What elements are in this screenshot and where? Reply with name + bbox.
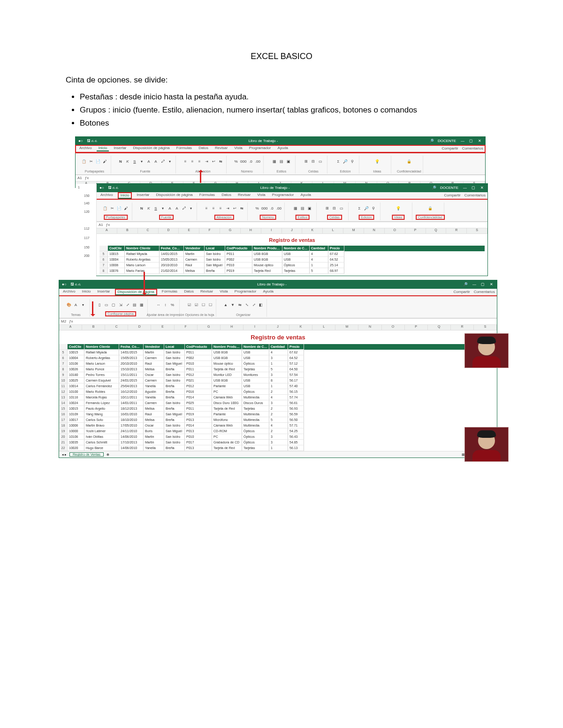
ribbon-icon[interactable]: K xyxy=(146,207,152,210)
ribbon-icon[interactable]: .0 xyxy=(269,207,274,210)
column-header[interactable]: K xyxy=(302,228,323,233)
table-cell[interactable]: Martin xyxy=(144,440,164,445)
ribbon-icon[interactable]: ⤢ xyxy=(125,303,130,307)
table-cell[interactable]: USB 8GB xyxy=(212,378,242,383)
ribbon-icon[interactable]: ≡ xyxy=(204,207,209,210)
table-cell[interactable]: 2 xyxy=(269,389,288,395)
ribbon-icon[interactable]: ▤ xyxy=(300,207,305,210)
table-cell[interactable]: Ópticos xyxy=(242,440,269,445)
table-row[interactable]: 810076Mario Farías21/02/2014MelisaBreñaP… xyxy=(99,268,485,274)
ribbon-icon[interactable]: 💡 xyxy=(396,207,401,210)
table-cell[interactable]: 54.25 xyxy=(288,428,304,434)
table-cell[interactable]: 4 xyxy=(269,350,288,355)
table-cell[interactable]: Carmen xyxy=(144,355,164,361)
table-cell[interactable]: P016 xyxy=(185,389,212,395)
table-cell[interactable]: 24/01/2015 xyxy=(119,378,144,383)
table-cell[interactable]: Tarjetas xyxy=(282,268,310,274)
table-cell[interactable]: Cámara Web xyxy=(212,395,242,400)
sheet-tab[interactable]: Registro de Ventas xyxy=(69,452,104,457)
table-cell[interactable]: 10116 xyxy=(68,395,84,400)
ribbon-icon[interactable]: 🖍 xyxy=(181,207,187,210)
table-cell[interactable]: Parlante xyxy=(212,412,242,417)
table-row[interactable]: 1310116Marcela Rojas10/11/2011YanellaBre… xyxy=(59,395,497,400)
table-cell[interactable]: 10106 xyxy=(68,434,84,440)
table-cell[interactable]: Tarjeta de Red xyxy=(212,367,242,372)
table-cell[interactable]: 20/10/2010 xyxy=(119,361,144,367)
ribbon-tab-programador[interactable]: Programador xyxy=(233,289,259,295)
ribbon-icon[interactable]: 📄 xyxy=(95,160,101,164)
table-cell[interactable]: 18/12/2013 xyxy=(119,406,144,412)
ribbon-tab-inicio[interactable]: Inicio xyxy=(97,146,109,151)
table-cell[interactable]: Carmen xyxy=(144,400,164,406)
table-header[interactable]: Cantidad xyxy=(269,344,288,350)
ribbon-icon[interactable]: ▤ xyxy=(279,160,284,164)
table-cell[interactable]: 14/06/2010 xyxy=(119,445,144,451)
ribbon-icon[interactable]: 💡 xyxy=(374,160,380,164)
table-header[interactable]: Precio xyxy=(288,344,304,350)
table-cell[interactable]: San Isidro xyxy=(205,251,225,257)
table-cell[interactable]: P011 xyxy=(185,367,212,372)
ribbon-icon[interactable]: ≡ xyxy=(211,207,216,210)
column-headers[interactable]: ABCDEFGHIJKLMNOPQRS xyxy=(97,228,487,234)
table-cell[interactable]: 56.15 xyxy=(288,389,304,395)
column-header[interactable]: L xyxy=(323,228,343,233)
table-cell[interactable]: 1 xyxy=(269,383,288,389)
autosave-toggle[interactable]: ●○ xyxy=(99,186,104,190)
table-cell[interactable]: 10025 xyxy=(68,378,84,383)
column-header[interactable]: P xyxy=(405,325,428,330)
table-cell[interactable]: P014 xyxy=(185,395,212,400)
column-header[interactable]: M xyxy=(335,325,358,330)
table-cell[interactable]: 56.17 xyxy=(288,378,304,383)
table-cell[interactable]: Parlante xyxy=(212,383,242,389)
table-cell[interactable]: USB xyxy=(242,378,269,383)
column-header[interactable]: P xyxy=(405,228,426,233)
table-cell[interactable]: Mario Larson xyxy=(125,263,160,268)
ribbon-tab-inicio[interactable]: Inicio xyxy=(80,289,93,295)
table-cell[interactable]: San Isidro xyxy=(164,372,185,378)
table-cell[interactable]: 54.85 xyxy=(288,440,304,445)
table-header[interactable]: Nombre Producto xyxy=(212,344,242,350)
table-cell[interactable]: 2 xyxy=(269,406,288,412)
column-header[interactable]: K xyxy=(289,325,312,330)
table-cell[interactable]: 10020 xyxy=(68,445,84,451)
table-cell[interactable]: P025 xyxy=(185,400,212,406)
table-cell[interactable]: Martin xyxy=(144,434,164,440)
table-cell[interactable]: P002 xyxy=(185,355,212,361)
ribbon-icon[interactable]: ▭ xyxy=(318,160,323,164)
ribbon-tab-datos[interactable]: Datos xyxy=(182,289,196,295)
table-row[interactable]: 710106Mario Larson20/10/2010RaúlSan Migu… xyxy=(59,361,497,367)
table-cell[interactable]: 5 xyxy=(269,367,288,372)
table-cell[interactable]: 57.40 xyxy=(288,383,304,389)
table-cell[interactable]: 17/10/2013 xyxy=(119,440,144,445)
table-row[interactable]: 610004Roberto Argelias15/05/2013CarmenSa… xyxy=(59,355,497,361)
table-cell[interactable]: 10024 xyxy=(68,400,84,406)
ribbon-icon[interactable]: ⇆ xyxy=(218,160,223,164)
table-cell[interactable]: Breña xyxy=(164,406,185,412)
table-cell[interactable]: San Miguel xyxy=(164,361,185,367)
table-cell[interactable]: Marcela Rojas xyxy=(84,395,119,400)
table-cell[interactable]: P010 xyxy=(185,434,212,440)
table-cell[interactable]: 56.13 xyxy=(288,445,304,451)
close-button[interactable]: ✕ xyxy=(488,283,494,286)
table-cell[interactable]: USB xyxy=(242,355,269,361)
table-cell[interactable]: San Miguel xyxy=(164,428,185,434)
ribbon-icon[interactable]: ▭ xyxy=(104,303,109,307)
table-cell[interactable]: Micrófono xyxy=(212,417,242,423)
table-cell[interactable]: P019 xyxy=(225,268,252,274)
table-cell[interactable]: 67.62 xyxy=(288,350,304,355)
table-cell[interactable]: 67.62 xyxy=(328,251,344,257)
table-cell[interactable]: Mouse óptico xyxy=(252,263,282,268)
table-cell[interactable]: Boris xyxy=(144,428,164,434)
column-header[interactable]: N xyxy=(358,325,381,330)
table-cell[interactable]: 8 xyxy=(269,378,288,383)
column-header[interactable]: Q xyxy=(426,228,447,233)
column-header[interactable]: B xyxy=(117,228,138,233)
ribbon-tab-programador[interactable]: Programador xyxy=(270,193,296,198)
ribbon-tab-datos[interactable]: Datos xyxy=(220,193,233,198)
column-header[interactable]: C xyxy=(105,325,128,330)
ribbon-tab-ayuda[interactable]: Ayuda xyxy=(261,289,275,295)
column-header[interactable]: O xyxy=(385,228,405,233)
table-cell[interactable]: Ópticos xyxy=(242,389,269,395)
ribbon-icon[interactable]: N xyxy=(118,160,123,164)
table-cell[interactable]: 64.50 xyxy=(288,367,304,372)
